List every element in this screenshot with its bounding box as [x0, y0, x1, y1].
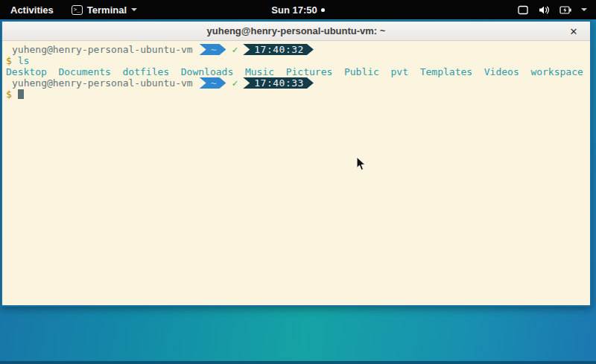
activities-label: Activities [10, 4, 54, 16]
ls-item: Desktop [6, 66, 47, 77]
close-icon[interactable]: ✕ [566, 22, 581, 41]
input-line[interactable]: $ [6, 89, 587, 100]
app-menu-terminal[interactable]: >_ Terminal [64, 0, 145, 19]
terminal-icon: >_ [72, 5, 83, 15]
ls-output-line: Desktop Documents dotfiles Downloads Mus… [6, 66, 587, 77]
volume-icon [538, 5, 551, 15]
activities-button[interactable]: Activities [0, 0, 64, 19]
notification-dot-icon [321, 8, 325, 12]
network-icon [517, 5, 529, 15]
status-check-icon: ✓ [232, 44, 238, 55]
clock-button[interactable]: Sun 17:50 [271, 4, 317, 16]
ls-item: Music [245, 66, 274, 77]
top-bar: Activities >_ Terminal Sun 17:50 [0, 0, 596, 19]
system-tray-menu[interactable] [508, 0, 596, 19]
ls-item: workspace [530, 66, 583, 77]
terminal-window: yuheng@henry-personal-ubuntu-vm: ~ ✕ yuh… [1, 20, 592, 307]
command-line: $ ls [6, 55, 587, 66]
prompt-cwd-segment: ~ [200, 44, 226, 55]
prompt-time-segment: 17:40:32 [243, 44, 314, 55]
ls-item: Templates [420, 66, 472, 77]
window-titlebar[interactable]: yuheng@henry-personal-ubuntu-vm: ~ ✕ [2, 22, 590, 41]
prompt-line-1: yuheng@henry-personal-ubuntu-vm ~ ✓ 17:4… [6, 44, 587, 55]
prompt-line-2: yuheng@henry-personal-ubuntu-vm ~ ✓ 17:4… [6, 77, 587, 89]
prompt-dollar: $ [6, 55, 12, 66]
command-text: ls [18, 55, 30, 66]
app-menu-label: Terminal [87, 4, 127, 16]
terminal-cursor [18, 89, 24, 99]
prompt-dollar: $ [6, 89, 12, 100]
ls-item: Downloads [181, 66, 233, 77]
chevron-down-icon [131, 8, 137, 11]
prompt-user-host: yuheng@henry-personal-ubuntu-vm [12, 77, 193, 89]
chevron-down-icon [581, 8, 587, 11]
battery-charging-icon [559, 5, 572, 15]
ls-item: pvt [391, 66, 408, 77]
ls-item: Documents [58, 66, 110, 77]
status-check-icon: ✓ [232, 77, 238, 89]
ls-item: Videos [484, 66, 519, 77]
prompt-cwd-segment: ~ [200, 77, 226, 89]
desktop-bottom-edge [0, 361, 596, 364]
prompt-time-segment: 17:40:33 [243, 77, 314, 89]
ls-item: Pictures [286, 66, 333, 77]
window-title: yuheng@henry-personal-ubuntu-vm: ~ [207, 25, 386, 36]
ls-item: Public [344, 66, 379, 77]
ls-item: dotfiles [123, 66, 170, 77]
prompt-user-host: yuheng@henry-personal-ubuntu-vm [12, 44, 193, 55]
terminal-content[interactable]: yuheng@henry-personal-ubuntu-vm ~ ✓ 17:4… [2, 41, 590, 305]
